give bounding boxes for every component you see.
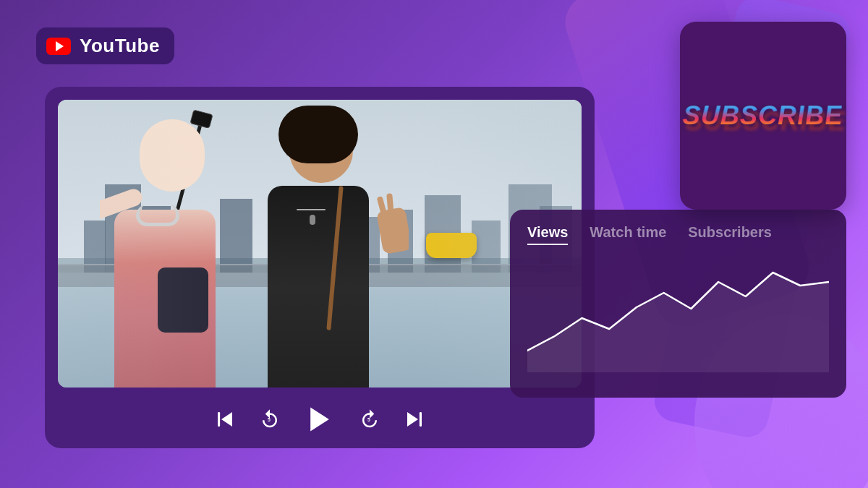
skip-back-icon: [214, 408, 236, 430]
tab-watch-time[interactable]: Watch time: [590, 224, 666, 245]
tab-subscribers[interactable]: Subscribers: [688, 224, 772, 245]
youtube-logo-icon: [46, 38, 71, 55]
tab-views[interactable]: Views: [527, 224, 568, 245]
skip-back-button[interactable]: [214, 408, 236, 430]
subscribe-wrapper: SUBSCRIBE SUBSCRIBE: [683, 101, 843, 130]
svg-marker-7: [527, 273, 829, 372]
forward-5-icon: 5: [359, 408, 380, 430]
forward-5-button[interactable]: 5: [359, 408, 380, 430]
play-button[interactable]: [304, 403, 336, 435]
youtube-badge: YouTube: [36, 27, 174, 64]
svg-marker-3: [310, 408, 329, 432]
analytics-tabs: Views Watch time Subscribers: [527, 224, 829, 245]
analytics-card: Views Watch time Subscribers: [510, 210, 846, 398]
play-triangle-icon: [56, 41, 64, 51]
play-icon: [304, 403, 336, 435]
video-thumbnail: [58, 100, 582, 388]
svg-text:5: 5: [367, 417, 370, 422]
skip-forward-icon: [404, 408, 425, 430]
svg-rect-5: [420, 412, 422, 427]
subscribe-text: SUBSCRIBE: [682, 102, 844, 130]
svg-marker-6: [407, 412, 418, 427]
app-title: YouTube: [80, 35, 160, 57]
chart-area: [527, 257, 829, 372]
subscribe-card[interactable]: SUBSCRIBE SUBSCRIBE: [680, 22, 846, 210]
svg-rect-0: [218, 412, 220, 427]
svg-text:5: 5: [268, 417, 271, 422]
replay-5-icon: 5: [259, 408, 281, 430]
skip-forward-button[interactable]: [404, 408, 425, 430]
views-chart: [527, 257, 829, 372]
video-frame[interactable]: [58, 100, 582, 388]
svg-marker-1: [221, 412, 232, 427]
replay-5-button[interactable]: 5: [259, 408, 281, 430]
player-controls: 5 5: [58, 388, 582, 448]
